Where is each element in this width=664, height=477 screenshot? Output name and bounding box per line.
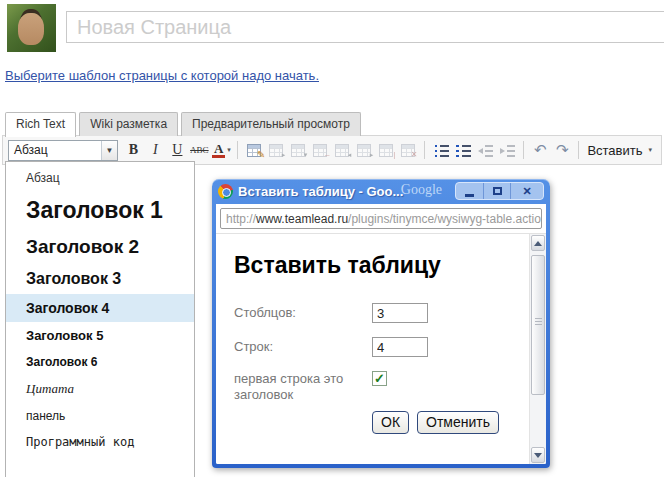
rows-label: Строк:: [234, 339, 372, 355]
delete-table-icon: ✕: [401, 144, 415, 157]
chevron-down-icon[interactable]: ▼: [101, 141, 117, 160]
delete-row-button[interactable]: –: [310, 140, 330, 160]
rows-input[interactable]: [372, 337, 428, 357]
minimize-button[interactable]: [456, 183, 483, 199]
insert-menu-button[interactable]: Вставить ▾: [583, 140, 656, 160]
style-option-quote[interactable]: Цитата: [6, 375, 194, 403]
style-option-heading2[interactable]: Заголовок 2: [6, 230, 194, 264]
columns-label: Стоблцов:: [234, 305, 372, 321]
insert-row-before-icon: ▸: [269, 144, 283, 157]
style-option-heading1[interactable]: Заголовок 1: [6, 191, 194, 230]
header-checkbox-label: первая строка это заголовок: [234, 371, 372, 403]
row-after-button[interactable]: ▾: [288, 140, 308, 160]
dialog-body: http://www.teamlead.ru/plugins/tinymce/w…: [216, 204, 546, 464]
style-option-heading5[interactable]: Заголовок 5: [6, 322, 194, 349]
chevron-down-icon[interactable]: ▾: [227, 146, 231, 154]
toolbar-separator: [424, 141, 425, 159]
indent-icon: [500, 144, 515, 157]
dialog-heading: Вставить таблицу: [234, 252, 516, 279]
insert-col-before-icon: ◂: [335, 144, 349, 157]
style-option-code[interactable]: Программный код: [6, 429, 194, 455]
insert-col-after-icon: ▸: [357, 144, 371, 157]
insert-row-after-icon: ▾: [291, 144, 305, 157]
arrow-up-icon: [534, 241, 542, 246]
ok-button[interactable]: ОК: [372, 411, 409, 434]
numbered-list-button[interactable]: [453, 140, 473, 160]
font-color-letter: A: [212, 143, 225, 158]
tab-preview[interactable]: Предварительный просмотр: [181, 112, 361, 136]
bold-button[interactable]: B: [123, 140, 143, 160]
page: Выберите шаблон страницы с которой надо …: [0, 0, 664, 477]
dialog-content-area: Вставить таблицу Стоблцов: Строк: первая…: [216, 234, 546, 464]
italic-button[interactable]: I: [145, 140, 165, 160]
chevron-down-icon: ▾: [648, 146, 652, 154]
style-option-heading4[interactable]: Заголовок 4: [6, 294, 194, 322]
delete-row-icon: –: [313, 144, 327, 157]
outdent-button[interactable]: [475, 140, 495, 160]
close-icon: ✕: [522, 185, 531, 198]
style-option-paragraph[interactable]: Абзац: [6, 165, 194, 191]
pencil-icon: ✎: [257, 149, 265, 160]
dialog-titlebar[interactable]: Вставить таблицу - Goo... Google ✕: [216, 179, 546, 204]
delete-table-button[interactable]: ✕: [398, 140, 418, 160]
table-edit-icon: ✎: [247, 144, 261, 157]
minimize-icon: [465, 194, 474, 197]
style-option-heading6[interactable]: Заголовок 6: [6, 349, 194, 375]
scroll-down-button[interactable]: [531, 447, 545, 463]
tab-rich-text[interactable]: Rich Text: [5, 112, 76, 137]
indent-button[interactable]: [497, 140, 517, 160]
paragraph-style-dropdown: Абзац Заголовок 1 Заголовок 2 Заголовок …: [5, 161, 195, 477]
strikethrough-button[interactable]: ABC: [189, 140, 209, 160]
choose-template-link[interactable]: Выберите шаблон страницы с которой надо …: [5, 68, 319, 83]
redo-button[interactable]: ↷: [552, 140, 572, 160]
url-path: /plugins/tinymce/wysiwyg-table.action: [348, 212, 542, 226]
bullet-list-icon: [434, 144, 449, 157]
dialog-title: Вставить таблицу - Goo...: [238, 184, 403, 199]
maximize-icon: [493, 187, 502, 195]
font-color-button[interactable]: A ▾: [211, 140, 231, 160]
insert-table-button[interactable]: ✎: [244, 140, 264, 160]
style-option-heading3[interactable]: Заголовок 3: [6, 264, 194, 294]
col-before-button[interactable]: ◂: [332, 140, 352, 160]
url-domain: www.teamlead.ru: [256, 212, 348, 226]
url-input[interactable]: http://www.teamlead.ru/plugins/tinymce/w…: [220, 208, 542, 229]
cancel-button[interactable]: Отменить: [417, 411, 499, 434]
delete-col-icon: |: [379, 144, 393, 157]
style-option-panel[interactable]: панель: [6, 403, 194, 429]
delete-col-button[interactable]: |: [376, 140, 396, 160]
bullet-list-button[interactable]: [431, 140, 451, 160]
close-button[interactable]: ✕: [510, 183, 543, 199]
toolbar-separator: [237, 141, 238, 159]
paragraph-style-select[interactable]: Абзац ▼: [8, 140, 118, 161]
chrome-icon: [218, 184, 233, 199]
header-row-option: первая строка это заголовок ✓: [234, 371, 516, 403]
col-after-button[interactable]: ▸: [354, 140, 374, 160]
scroll-up-button[interactable]: [531, 235, 545, 251]
url-scheme: http://: [226, 212, 256, 226]
user-avatar: [7, 4, 56, 52]
rows-row: Строк:: [234, 337, 516, 357]
columns-input[interactable]: [372, 303, 428, 323]
location-bar: http://www.teamlead.ru/plugins/tinymce/w…: [216, 204, 546, 234]
insert-table-dialog: Вставить таблицу - Goo... Google ✕ http:…: [212, 179, 550, 468]
insert-menu-label: Вставить: [587, 143, 642, 158]
columns-row: Стоблцов:: [234, 303, 516, 323]
row-before-button[interactable]: ▸: [266, 140, 286, 160]
paragraph-style-value: Абзац: [14, 143, 48, 157]
window-controls: ✕: [455, 182, 544, 200]
arrow-down-icon: [534, 453, 542, 458]
scrollbar-thumb[interactable]: [531, 255, 545, 395]
dialog-scrollbar[interactable]: [529, 234, 546, 464]
tab-wiki-markup[interactable]: Wiki разметка: [79, 112, 178, 136]
dialog-buttons: ОК Отменить: [372, 411, 516, 434]
underline-button[interactable]: U: [167, 140, 187, 160]
maximize-button[interactable]: [483, 183, 510, 199]
outdent-icon: [478, 144, 493, 157]
toolbar-separator: [578, 141, 579, 159]
google-watermark: Google: [401, 182, 442, 198]
toolbar-separator: [523, 141, 524, 159]
numbered-list-icon: [456, 144, 471, 157]
page-title-input[interactable]: [66, 11, 664, 43]
undo-button[interactable]: ↶: [530, 140, 550, 160]
header-row-checkbox[interactable]: ✓: [372, 371, 387, 386]
